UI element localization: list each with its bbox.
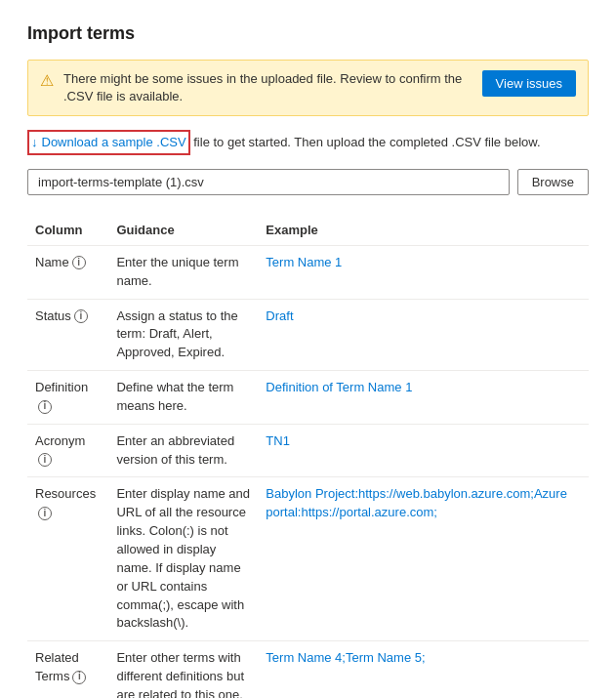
table-row: ResourcesiEnter display name and URL of …	[27, 477, 589, 641]
example-link[interactable]: TN1	[266, 433, 290, 448]
download-icon: ↓	[31, 133, 38, 152]
info-icon[interactable]: i	[72, 256, 86, 269]
table-row: NameiEnter the unique term name.Term Nam…	[27, 245, 589, 299]
warning-icon: ⚠	[40, 71, 54, 90]
dialog-title: Import terms	[27, 23, 589, 44]
info-icon[interactable]: i	[38, 507, 52, 520]
table-cell-column: Statusi	[27, 299, 108, 371]
column-name: Definition	[35, 380, 88, 394]
example-link[interactable]: Draft	[266, 308, 293, 323]
table-cell-column: Namei	[27, 245, 108, 299]
column-header-example: Example	[258, 215, 589, 246]
table-cell-guidance: Enter display name and URL of all the re…	[108, 477, 258, 641]
info-icon[interactable]: i	[38, 400, 52, 414]
column-header-guidance: Guidance	[108, 215, 258, 246]
terms-table: Column Guidance Example NameiEnter the u…	[27, 215, 589, 698]
download-link-text: Download a sample .CSV	[42, 133, 186, 152]
example-link[interactable]: Babylon Project:https://web.babylon.azur…	[266, 486, 567, 519]
info-icon[interactable]: i	[38, 453, 52, 467]
table-cell-example: Definition of Term Name 1	[258, 371, 589, 425]
table-cell-example: Draft	[258, 299, 589, 371]
table-cell-column: Related Termsi	[27, 641, 108, 698]
column-header-column: Column	[27, 215, 108, 246]
table-cell-example: TN1	[258, 424, 589, 477]
file-input[interactable]	[27, 169, 510, 195]
table-cell-guidance: Enter an abbreviated version of this ter…	[108, 424, 258, 477]
table-cell-example: Babylon Project:https://web.babylon.azur…	[258, 477, 589, 641]
download-sample-link[interactable]: ↓ Download a sample .CSV	[27, 130, 190, 155]
import-terms-dialog: Import terms ⚠ There might be some issue…	[0, 0, 616, 698]
column-name: Status	[35, 308, 71, 323]
table-cell-example: Term Name 4;Term Name 5;	[258, 641, 589, 698]
info-icon[interactable]: i	[74, 309, 88, 323]
table-row: Related TermsiEnter other terms with dif…	[27, 641, 589, 698]
table-row: StatusiAssign a status to the term: Draf…	[27, 299, 589, 371]
table-cell-column: Acronymi	[27, 424, 108, 477]
table-cell-guidance: Assign a status to the term: Draft, Aler…	[108, 299, 258, 371]
table-row: AcronymiEnter an abbreviated version of …	[27, 424, 589, 477]
table-header-row: Column Guidance Example	[27, 215, 589, 246]
warning-banner: ⚠ There might be some issues in the uplo…	[27, 60, 589, 116]
browse-button[interactable]: Browse	[517, 169, 589, 195]
table-cell-column: Resourcesi	[27, 477, 108, 641]
table-cell-guidance: Enter other terms with different definit…	[108, 641, 258, 698]
column-name: Name	[35, 255, 69, 269]
column-name: Acronym	[35, 433, 85, 448]
table-cell-guidance: Enter the unique term name.	[108, 245, 258, 299]
view-issues-button[interactable]: View issues	[482, 70, 576, 97]
example-link[interactable]: Term Name 4;Term Name 5;	[266, 650, 425, 665]
warning-text: There might be some issues in the upload…	[63, 70, 472, 105]
column-name: Resources	[35, 486, 96, 501]
info-icon[interactable]: i	[72, 671, 86, 684]
table-cell-example: Term Name 1	[258, 245, 589, 299]
table-cell-guidance: Define what the term means here.	[108, 371, 258, 425]
table-cell-column: Definitioni	[27, 371, 108, 425]
download-link-row: ↓ Download a sample .CSV file to get sta…	[27, 130, 589, 155]
example-link[interactable]: Term Name 1	[266, 255, 342, 269]
example-link[interactable]: Definition of Term Name 1	[266, 380, 412, 394]
file-input-row: Browse	[27, 169, 589, 195]
table-row: DefinitioniDefine what the term means he…	[27, 371, 589, 425]
download-suffix: file to get started. Then upload the com…	[190, 135, 541, 149]
